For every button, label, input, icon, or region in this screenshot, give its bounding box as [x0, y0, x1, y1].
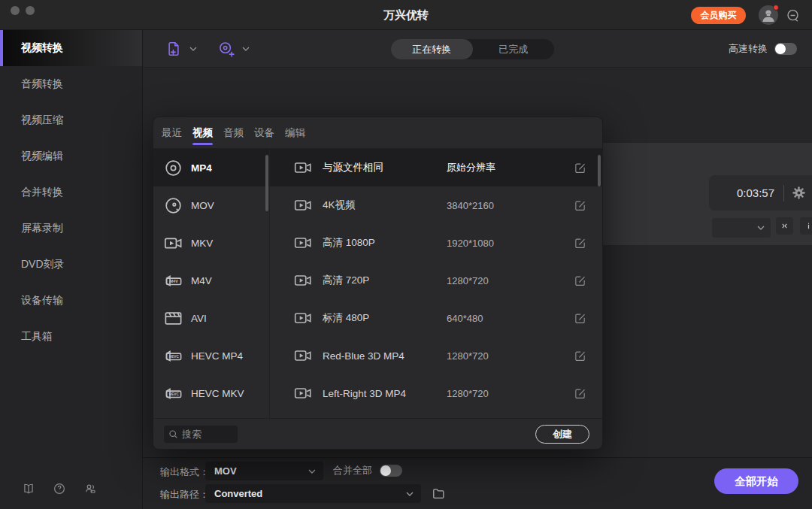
gear-icon[interactable] — [791, 185, 807, 201]
toolbar: 正在转换 已完成 高速转换 — [143, 30, 812, 68]
format-item-mov[interactable]: MOV — [153, 186, 269, 224]
open-folder-icon[interactable] — [432, 486, 446, 501]
task-duration: 0:03:57 — [737, 186, 774, 199]
start-all-button[interactable]: 全部开始 — [714, 468, 798, 494]
preset-resolution: 1280*720 — [447, 350, 489, 362]
edit-icon[interactable] — [574, 199, 586, 212]
sidebar-item-screen-record[interactable]: 屏幕录制 — [0, 211, 142, 247]
popup-tab-recent[interactable]: 最近 — [162, 117, 182, 149]
output-format-select[interactable]: MOV — [205, 462, 323, 480]
format-label: M4V — [191, 275, 212, 286]
preset-item[interactable]: Left-Right 3D MP4 1280*720 — [270, 374, 602, 412]
format-picker-popup: 最近 视频 音频 设备 编辑 MP4 MOV MKV — [153, 117, 603, 450]
popup-tab-video[interactable]: 视频 — [192, 117, 213, 149]
add-disc-dropdown-chevron-icon[interactable] — [242, 47, 250, 51]
format-item-hevc-mkv[interactable]: HEVC HEVC MKV — [153, 374, 269, 412]
divider — [783, 185, 784, 201]
edit-icon[interactable] — [574, 350, 586, 362]
chevron-down-icon — [308, 469, 316, 474]
target-format-dropdown[interactable] — [712, 218, 771, 238]
preset-resolution: 640*480 — [447, 313, 483, 324]
tab-finished[interactable]: 已完成 — [473, 39, 555, 59]
edit-icon[interactable] — [574, 274, 586, 287]
edit-icon[interactable] — [574, 387, 586, 400]
tab-converting[interactable]: 正在转换 — [391, 39, 473, 59]
preset-item[interactable]: 高清 1080P 1920*1080 — [270, 224, 602, 262]
highspeed-label: 高速转换 — [729, 42, 768, 56]
popup-tab-device[interactable]: 设备 — [254, 117, 274, 149]
sidebar-item-label: DVD刻录 — [21, 258, 65, 271]
add-file-icon[interactable] — [165, 41, 182, 57]
sidebar-item-video-convert[interactable]: 视频转换 — [0, 30, 142, 66]
hevc-badge-icon: HEVC — [163, 383, 183, 404]
popup-tab-audio[interactable]: 音频 — [223, 117, 244, 149]
popup-tab-edit[interactable]: 编辑 — [285, 117, 305, 149]
format-list-scrollbar[interactable] — [265, 155, 268, 211]
m4v-badge-icon: M4V — [163, 271, 183, 291]
create-button[interactable]: 创建 — [535, 425, 589, 444]
preset-resolution: 1280*720 — [447, 388, 489, 399]
svg-text:HEVC: HEVC — [169, 392, 180, 396]
app-window: 万兴优转 会员购买 视频转换 音频转换 视频压缩 视频编辑 合并转换 屏幕录制 … — [0, 0, 812, 509]
preset-item[interactable]: 与源文件相同 原始分辨率 — [270, 149, 602, 186]
output-format-label: 输出格式： — [160, 465, 209, 479]
membership-buy-button[interactable]: 会员购买 — [691, 7, 746, 24]
preset-list-scrollbar[interactable] — [598, 155, 601, 186]
highspeed-toggle[interactable] — [774, 43, 797, 55]
sidebar-item-merge-convert[interactable]: 合并转换 — [0, 174, 142, 211]
bottom-bar: 输出格式： MOV 合并全部 输出路径： Converted 全部开始 — [143, 457, 812, 509]
disc-icon — [163, 158, 183, 178]
edit-icon[interactable] — [574, 312, 586, 325]
sidebar-item-label: 视频转换 — [21, 41, 63, 55]
sidebar-item-dvd-burn[interactable]: DVD刻录 — [0, 247, 142, 283]
popup-tabs: 最近 视频 音频 设备 编辑 — [153, 117, 602, 149]
edit-icon[interactable] — [574, 162, 586, 174]
help-icon[interactable] — [53, 482, 66, 495]
sidebar-item-label: 音频转换 — [21, 77, 63, 91]
sidebar-item-video-compress[interactable]: 视频压缩 — [0, 102, 142, 138]
disc-dot-icon — [163, 195, 183, 216]
output-path-select[interactable]: Converted — [205, 484, 421, 503]
format-item-mp4[interactable]: MP4 — [153, 149, 269, 186]
output-format-value: MOV — [214, 465, 237, 477]
preset-item[interactable]: 高清 720P 1280*720 — [270, 262, 602, 299]
titlebar: 万兴优转 会员购买 — [0, 0, 812, 30]
add-file-dropdown-chevron-icon[interactable] — [189, 47, 197, 51]
app-title: 万兴优转 — [0, 8, 812, 23]
sidebar-item-label: 设备传输 — [21, 294, 63, 308]
video-camera-icon — [293, 383, 313, 403]
preset-item[interactable]: Red-Blue 3D MP4 1280*720 — [270, 337, 602, 374]
preset-item[interactable]: 4K视频 3840*2160 — [270, 186, 602, 224]
preset-name: 标清 480P — [323, 311, 437, 325]
info-button[interactable] — [800, 217, 812, 235]
info-icon — [804, 221, 812, 231]
account-avatar[interactable] — [759, 5, 778, 25]
format-item-hevc-mp4[interactable]: HEVC HEVC MP4 — [153, 337, 269, 374]
preset-resolution: 原始分辨率 — [447, 161, 495, 174]
status-tabs: 正在转换 已完成 — [391, 39, 554, 59]
sidebar-item-toolbox[interactable]: 工具箱 — [0, 319, 142, 355]
community-icon[interactable] — [83, 482, 97, 495]
preset-name: 与源文件相同 — [323, 161, 437, 174]
format-item-m4v[interactable]: M4V M4V — [153, 262, 269, 299]
trim-button[interactable] — [776, 217, 793, 235]
format-item-avi[interactable]: AVI — [153, 299, 269, 337]
video-camera-icon — [293, 233, 313, 253]
sidebar-item-device-transfer[interactable]: 设备传输 — [0, 283, 142, 319]
sidebar-item-video-edit[interactable]: 视频编辑 — [0, 138, 142, 174]
compress-icon — [780, 221, 789, 231]
guide-book-icon[interactable] — [22, 482, 35, 495]
search-input[interactable] — [182, 429, 235, 440]
svg-text:M4V: M4V — [170, 279, 178, 283]
sidebar-item-audio-convert[interactable]: 音频转换 — [0, 66, 142, 102]
message-icon[interactable] — [786, 8, 800, 23]
video-camera-icon — [293, 346, 313, 365]
add-disc-icon[interactable] — [218, 41, 235, 57]
preset-name: 高清 720P — [323, 274, 437, 287]
edit-icon[interactable] — [574, 237, 586, 250]
preset-name: 4K视频 — [323, 198, 437, 212]
merge-all-toggle[interactable] — [380, 465, 402, 477]
preset-item[interactable]: 标清 480P 640*480 — [270, 299, 602, 337]
format-item-mkv[interactable]: MKV — [153, 224, 269, 262]
chevron-down-icon — [757, 226, 765, 230]
